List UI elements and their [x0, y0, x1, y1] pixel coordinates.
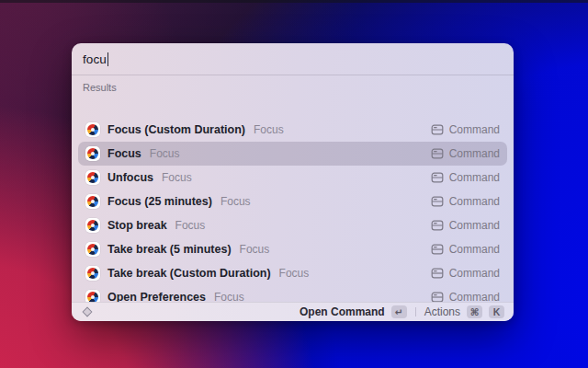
command-type-icon [431, 219, 444, 232]
result-subtitle: Focus [254, 123, 284, 136]
result-row[interactable]: Stop break Focus Command [78, 213, 507, 237]
text-caret [107, 52, 109, 66]
result-title: Focus (25 minutes) [107, 195, 212, 208]
result-subtitle: Focus [175, 219, 206, 232]
result-type-label: Command [449, 195, 500, 208]
command-type-icon [431, 243, 444, 256]
focus-app-icon [85, 122, 100, 137]
result-meta: Command [431, 267, 500, 280]
result-title: Unfocus [107, 171, 153, 184]
result-title: Take break (Custom Duration) [107, 267, 271, 280]
open-command-button[interactable]: Open Command [300, 305, 385, 318]
focus-app-icon [85, 146, 100, 161]
result-meta: Command [431, 147, 500, 160]
result-row[interactable]: Take break (5 minutes) Focus Command [78, 237, 507, 261]
result-subtitle: Focus [150, 147, 180, 160]
focus-app-icon [85, 218, 100, 233]
result-meta: Command [431, 171, 500, 184]
focus-app-icon [85, 290, 100, 303]
result-title: Stop break [107, 219, 167, 232]
result-row[interactable]: Open Preferences Focus Command [78, 285, 507, 303]
command-type-icon [431, 147, 444, 160]
result-type-label: Command [449, 123, 500, 136]
result-row[interactable]: Focus (Custom Duration) Focus Command [78, 118, 507, 142]
result-type-label: Command [449, 171, 500, 184]
result-row[interactable]: Take break (Custom Duration) Focus Comma… [78, 261, 507, 285]
result-row[interactable]: Focus (25 minutes) Focus Command [78, 190, 507, 213]
focus-app-icon [85, 194, 100, 209]
result-subtitle: Focus [240, 243, 270, 256]
footer-divider [415, 307, 416, 316]
k-key-badge[interactable]: K [489, 305, 504, 318]
return-key-badge[interactable]: ↵ [391, 305, 407, 318]
search-input[interactable]: focu [72, 43, 514, 75]
result-type-label: Command [449, 243, 500, 256]
result-meta: Command [431, 219, 500, 232]
launcher-window: focu Results Focus (Custom Duration) Foc… [72, 43, 514, 321]
result-subtitle: Focus [220, 195, 251, 208]
command-type-icon [431, 267, 444, 280]
focus-app-icon [85, 170, 100, 185]
result-meta: Command [431, 243, 500, 256]
result-type-label: Command [449, 147, 500, 160]
result-title: Focus (Custom Duration) [107, 123, 245, 136]
command-type-icon [431, 195, 444, 208]
actions-button[interactable]: Actions [424, 305, 460, 318]
search-query-text: focu [83, 52, 107, 66]
command-type-icon [431, 171, 444, 184]
command-type-icon [431, 123, 444, 136]
result-meta: Command [431, 195, 500, 208]
result-type-label: Command [449, 267, 500, 280]
focus-app-icon [85, 266, 100, 281]
raycast-logo-icon [81, 305, 94, 318]
result-meta: Command [431, 123, 500, 136]
result-row[interactable]: Focus Focus Command [78, 142, 507, 166]
results-section-label: Results [72, 75, 514, 97]
result-type-label: Command [449, 219, 500, 232]
result-subtitle: Focus [279, 267, 310, 280]
footer-bar: Open Command ↵ Actions ⌘ K [72, 302, 514, 321]
result-title: Focus [107, 147, 141, 160]
result-subtitle: Focus [162, 171, 192, 184]
result-row[interactable]: Unfocus Focus Command [78, 166, 507, 190]
results-list: Focus (Custom Duration) Focus Command Fo… [72, 118, 514, 303]
focus-app-icon [85, 242, 100, 257]
cmd-key-badge[interactable]: ⌘ [467, 305, 482, 318]
menubar-edge [0, 0, 588, 3]
result-title: Take break (5 minutes) [107, 243, 232, 256]
